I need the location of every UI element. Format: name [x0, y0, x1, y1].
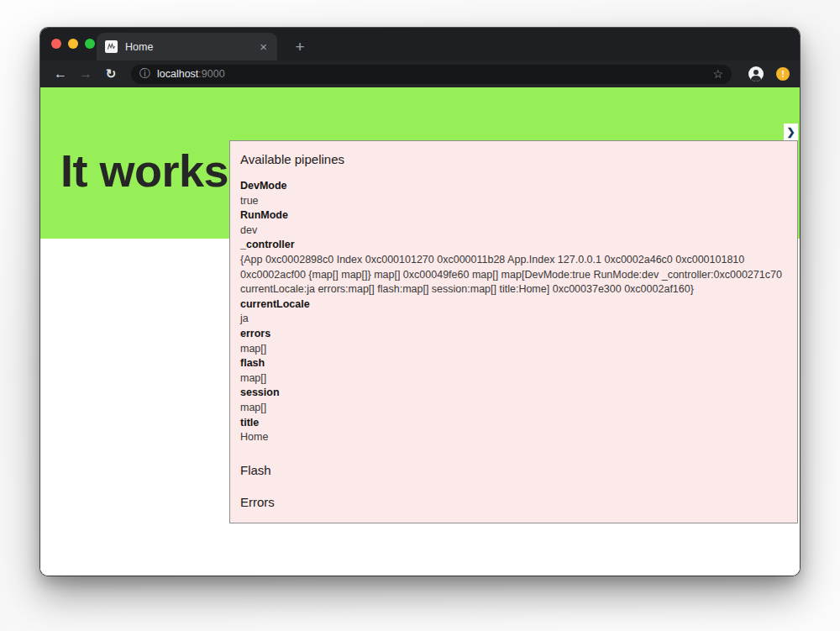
entry-value: dev [240, 223, 787, 239]
back-icon[interactable]: ← [50, 64, 71, 84]
bookmark-star-icon[interactable]: ☆ [712, 67, 723, 81]
page-viewport: It works ❯ Available pipelines DevMode t… [40, 87, 800, 576]
entry-key: DevMode [240, 179, 787, 194]
url-host: localhost [157, 68, 198, 80]
entry-value: map[] [240, 401, 787, 416]
flash-section-heading: Flash [240, 463, 787, 477]
url-text: localhost:9000 [157, 68, 225, 80]
new-tab-button[interactable]: + [289, 36, 311, 58]
macos-zoom-button[interactable] [85, 39, 95, 49]
entry-value: map[] [240, 371, 787, 386]
favicon-buffalo-icon [105, 40, 118, 53]
tab-title: Home [125, 41, 258, 53]
entry-value: true [240, 194, 787, 209]
entry-value: map[] [240, 342, 787, 357]
errors-section-heading: Errors [240, 495, 787, 509]
macos-close-button[interactable] [51, 39, 61, 49]
page-info-icon[interactable]: ⓘ [139, 66, 150, 82]
forward-icon[interactable]: → [76, 64, 96, 84]
entry-value: ja [240, 312, 787, 327]
reload-icon[interactable]: ↻ [101, 64, 121, 84]
traffic-lights [51, 39, 95, 49]
entry-key: title [240, 416, 787, 431]
entry-key: errors [240, 327, 787, 342]
page-title: It works [60, 145, 228, 197]
tab-bar: Home × + [40, 28, 800, 60]
macos-minimize-button[interactable] [68, 39, 78, 49]
entry-key: session [240, 386, 787, 401]
url-port: :9000 [198, 68, 224, 80]
entry-value: {App 0xc0002898c0 Index 0xc000101270 0xc… [240, 253, 787, 297]
tab-home[interactable]: Home × [97, 33, 277, 60]
browser-window: Home × + ← → ↻ ⓘ localhost:9000 ☆ ! It w… [40, 28, 800, 576]
entry-key: RunMode [240, 208, 787, 223]
debug-panel-toggle-chevron-icon[interactable]: ❯ [784, 124, 798, 140]
entry-key: currentLocale [240, 297, 787, 313]
panel-heading: Available pipelines [240, 152, 787, 166]
debug-panel: Available pipelines DevMode true RunMode… [229, 140, 798, 523]
chrome-update-badge-icon[interactable]: ! [776, 67, 790, 81]
tab-close-icon[interactable]: × [258, 40, 269, 53]
browser-toolbar: ← → ↻ ⓘ localhost:9000 ☆ ! [40, 60, 800, 87]
pipeline-data-list: DevMode true RunMode dev _controller {Ap… [240, 179, 787, 445]
entry-key: flash [240, 356, 787, 371]
address-bar[interactable]: ⓘ localhost:9000 ☆ [131, 65, 732, 84]
entry-key: _controller [240, 238, 787, 253]
entry-value: Home [240, 430, 787, 445]
profile-avatar-icon[interactable] [748, 66, 764, 82]
